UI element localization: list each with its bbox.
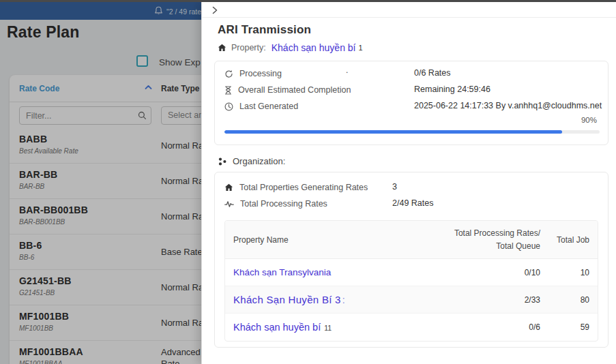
transmission-status-card: Processing . 0/6 Rates Overall Estimated…	[214, 61, 608, 145]
column-total-processing: Total Processing Rates/ Total Queue	[438, 227, 540, 252]
property-name-link[interactable]: Khách sạn huyền bí	[272, 42, 356, 53]
activity-pulse-icon	[224, 200, 234, 208]
properties-table: Property Name Total Processing Rates/ To…	[224, 220, 598, 342]
total-properties-row: Total Properties Generating Rates	[224, 182, 368, 193]
drawer-backdrop[interactable]	[0, 0, 201, 364]
column-total-job: Total Job	[540, 235, 598, 245]
organization-card: Total Properties Generating Rates 3 Tota…	[214, 172, 608, 348]
property-row[interactable]: Khách Sạn Huyền Bí 3: 2/33 80	[225, 286, 598, 314]
rate-plan-page: "2 / 49 rates a Rate Plan Show Exp Rate …	[0, 0, 201, 364]
organization-icon	[218, 157, 227, 166]
name-suffix: :	[342, 294, 345, 305]
progress-fill	[224, 130, 562, 134]
processing-row: Processing	[224, 68, 282, 79]
total-processing-value: 2/49 Rates	[392, 198, 433, 208]
last-generated-value: 2025-06-22 14:17:33 By v.anhhq1@cloudhms…	[414, 101, 602, 110]
property-suffix: 1	[358, 44, 362, 52]
column-property-name: Property Name	[225, 235, 438, 245]
progress-bar	[224, 130, 600, 134]
sync-icon	[224, 70, 233, 78]
home-icon	[224, 183, 233, 192]
job-value: 10	[540, 268, 598, 277]
name-suffix: 11	[324, 324, 332, 332]
queue-value: 0/6	[438, 322, 540, 332]
drawer-title: ARI Tranmission	[218, 23, 311, 37]
job-value: 80	[540, 295, 598, 305]
queue-value: 0/10	[438, 268, 540, 277]
hourglass-icon	[224, 86, 232, 95]
property-link[interactable]: Khách sạn huyền bí	[233, 322, 321, 333]
estimated-completion-row: Overall Estimated Completion	[224, 85, 351, 95]
job-value: 59	[540, 322, 598, 332]
total-processing-label: Total Processing Rates	[240, 199, 327, 209]
total-properties-label: Total Properties Generating Rates	[239, 183, 368, 192]
processing-value: 0/6 Rates	[414, 68, 451, 78]
property-link[interactable]: Khách Sạn Huyền Bí 3	[233, 294, 341, 305]
queue-value: 2/33	[438, 295, 540, 305]
home-icon	[218, 44, 226, 52]
properties-table-header: Property Name Total Processing Rates/ To…	[225, 221, 598, 259]
processing-dot: .	[346, 65, 348, 75]
divider	[202, 17, 616, 18]
progress-percent-label: 90%	[581, 116, 597, 124]
total-processing-row: Total Processing Rates	[224, 198, 327, 209]
total-properties-value: 3	[392, 182, 397, 192]
property-row[interactable]: Khách sạn Transylvania 0/10 10	[225, 259, 598, 286]
property-label: Property:	[231, 43, 266, 52]
ari-transmission-drawer: ARI Tranmission Property: Khách sạn huyề…	[201, 2, 616, 364]
last-generated-row: Last Generated	[224, 101, 298, 112]
screen: "2 / 49 rates a Rate Plan Show Exp Rate …	[0, 0, 616, 364]
window-top-strip	[0, 0, 616, 2]
processing-label: Processing	[239, 69, 282, 78]
last-generated-label: Last Generated	[239, 102, 298, 111]
clock-icon	[224, 102, 233, 111]
estimated-completion-label: Overall Estimated Completion	[238, 85, 351, 95]
collapse-drawer-button[interactable]	[208, 4, 222, 16]
property-row[interactable]: Khách sạn huyền bí11 0/6 59	[225, 314, 598, 341]
organization-label: Organization:	[233, 156, 285, 166]
estimated-completion-value: Remaining 24:59:46	[414, 85, 490, 94]
property-link[interactable]: Khách sạn Transylvania	[233, 267, 331, 277]
property-row: Property: Khách sạn huyền bí 1	[218, 42, 363, 53]
organization-heading: Organization:	[218, 156, 285, 166]
